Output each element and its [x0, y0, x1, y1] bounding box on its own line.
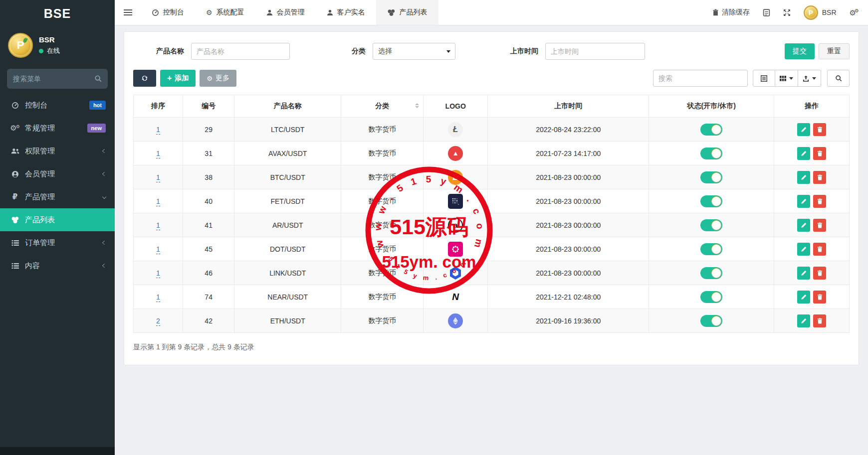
- category-cell: 数字货币: [341, 118, 424, 142]
- id-cell: 74: [183, 285, 234, 309]
- table-row: 1 38 BTC/USDT 数字货币 B 2021-08-23 00:00:00: [134, 165, 850, 189]
- table-row: 1 74 NEAR/USDT 数字货币 N 2021-12-21 02:48:0…: [134, 285, 850, 309]
- coins-icon: [387, 9, 396, 16]
- edit-button[interactable]: [797, 219, 810, 232]
- logo-cell: a: [424, 213, 488, 237]
- id-cell: 29: [183, 118, 234, 142]
- delete-button[interactable]: [813, 243, 826, 256]
- sort-link[interactable]: 1: [156, 269, 160, 278]
- toggle-knob: [711, 172, 721, 182]
- sidebar-item-1[interactable]: ⚙⚙ 常规管理 new: [0, 117, 115, 140]
- table-row: 2 42 ETH/USDT 数字货币 2021-09-16 19:36:00: [134, 309, 850, 333]
- menu-toggle-icon[interactable]: [115, 0, 141, 25]
- user-status: 在线: [39, 46, 60, 55]
- edit-button[interactable]: [797, 243, 810, 256]
- delete-button[interactable]: [813, 171, 826, 184]
- sort-link[interactable]: 1: [156, 293, 160, 302]
- nav-tab-label: 产品列表: [400, 8, 428, 17]
- sidebar-search-input[interactable]: [7, 69, 108, 89]
- navbar-username: BSR: [822, 8, 837, 16]
- edit-button[interactable]: [797, 314, 810, 327]
- edit-button[interactable]: [797, 291, 810, 303]
- edit-button[interactable]: [797, 171, 810, 184]
- delete-button[interactable]: [813, 147, 826, 160]
- sort-link[interactable]: 1: [156, 221, 160, 230]
- sort-link[interactable]: 1: [156, 126, 160, 135]
- online-dot-icon: [39, 49, 43, 53]
- sidebar-item-4[interactable]: ₽ 产品管理: [0, 185, 115, 208]
- sidebar-item-6[interactable]: 订单管理: [0, 231, 115, 254]
- fullscreen-icon[interactable]: [783, 9, 791, 16]
- detail-view-button[interactable]: [753, 70, 775, 87]
- settings-gears-icon[interactable]: ⚙⚙: [850, 8, 859, 17]
- table-wrapper: 排序编号产品名称分类LOGO上市时间状态(开市/休市)操作 1 29 LTC/U…: [124, 87, 859, 333]
- delete-button[interactable]: [813, 123, 826, 136]
- navbar-right: 清除缓存 P BSR ⚙⚙: [699, 0, 868, 25]
- list-icon: [9, 240, 21, 246]
- status-toggle[interactable]: [700, 219, 722, 231]
- launch-time-input[interactable]: [545, 43, 645, 60]
- refresh-button[interactable]: [133, 70, 156, 87]
- edit-button[interactable]: [797, 267, 810, 280]
- status-toggle[interactable]: [700, 243, 722, 255]
- time-cell: 2021-07-23 14:17:00: [488, 142, 649, 165]
- export-button[interactable]: [798, 70, 821, 87]
- column-header[interactable]: 分类: [341, 95, 424, 118]
- delete-button[interactable]: [813, 219, 826, 232]
- plus-icon: +: [167, 74, 172, 83]
- logo-cell: [424, 261, 488, 285]
- nav-tab-3[interactable]: 客户实名: [316, 0, 376, 25]
- delete-button[interactable]: [813, 291, 826, 303]
- reset-button[interactable]: 重置: [819, 43, 850, 59]
- sidebar-item-2[interactable]: 权限管理: [0, 140, 115, 162]
- name-cell: FET/USDT: [234, 189, 341, 213]
- delete-button[interactable]: [813, 267, 826, 280]
- nav-tab-1[interactable]: ⚙ 系统配置: [195, 0, 255, 25]
- toggle-knob: [711, 268, 721, 278]
- online-status-label: 在线: [47, 46, 60, 55]
- language-icon[interactable]: [763, 9, 770, 16]
- search-button[interactable]: [827, 70, 850, 87]
- sidebar-item-7[interactable]: 内容: [0, 254, 115, 277]
- sidebar-item-0[interactable]: 控制台 hot: [0, 94, 115, 117]
- more-button[interactable]: ⚙更多: [200, 70, 236, 87]
- sidebar-item-label: 权限管理: [25, 147, 103, 156]
- sort-link[interactable]: 1: [156, 197, 160, 206]
- sort-link[interactable]: 1: [156, 245, 160, 254]
- nav-tab-2[interactable]: 会员管理: [255, 0, 316, 25]
- sidebar-item-3[interactable]: 会员管理: [0, 162, 115, 185]
- table-row: 1 31 AVAX/USDT 数字货币 ▲ 2021-07-23 14:17:0…: [134, 142, 850, 165]
- status-toggle[interactable]: [700, 148, 722, 159]
- nav-tab-0[interactable]: 控制台: [141, 0, 195, 25]
- sort-link[interactable]: 1: [156, 150, 160, 158]
- delete-button[interactable]: [813, 195, 826, 208]
- status-toggle[interactable]: [700, 315, 722, 327]
- submit-button[interactable]: 提交: [785, 43, 815, 59]
- arweave-icon: a: [448, 218, 463, 233]
- status-toggle[interactable]: [700, 291, 722, 303]
- sidebar-item-5[interactable]: 产品列表: [0, 208, 115, 231]
- nav-tab-4[interactable]: 产品列表: [376, 0, 438, 25]
- edit-button[interactable]: [797, 195, 810, 208]
- status-toggle[interactable]: [700, 267, 722, 279]
- id-cell: 42: [183, 309, 234, 333]
- sort-link[interactable]: 1: [156, 173, 160, 182]
- sort-link[interactable]: 2: [156, 317, 160, 326]
- category-select[interactable]: 选择: [373, 43, 455, 60]
- trash-icon: [712, 9, 719, 16]
- status-toggle[interactable]: [700, 124, 722, 136]
- edit-button[interactable]: [797, 123, 810, 136]
- delete-button[interactable]: [813, 314, 826, 327]
- table-search-input[interactable]: [653, 70, 748, 87]
- product-name-input[interactable]: [191, 43, 290, 60]
- add-button[interactable]: +添加: [160, 70, 196, 87]
- edit-button[interactable]: [797, 147, 810, 160]
- status-toggle[interactable]: [700, 171, 722, 183]
- status-toggle[interactable]: [700, 195, 722, 207]
- user-menu[interactable]: P BSR: [804, 5, 837, 20]
- clear-cache-button[interactable]: 清除缓存: [712, 8, 750, 17]
- table-toolbar: +添加 ⚙更多: [124, 63, 859, 87]
- columns-button[interactable]: [775, 70, 798, 87]
- nav-tab-label: 系统配置: [217, 8, 244, 17]
- category-cell: 数字货币: [341, 213, 424, 237]
